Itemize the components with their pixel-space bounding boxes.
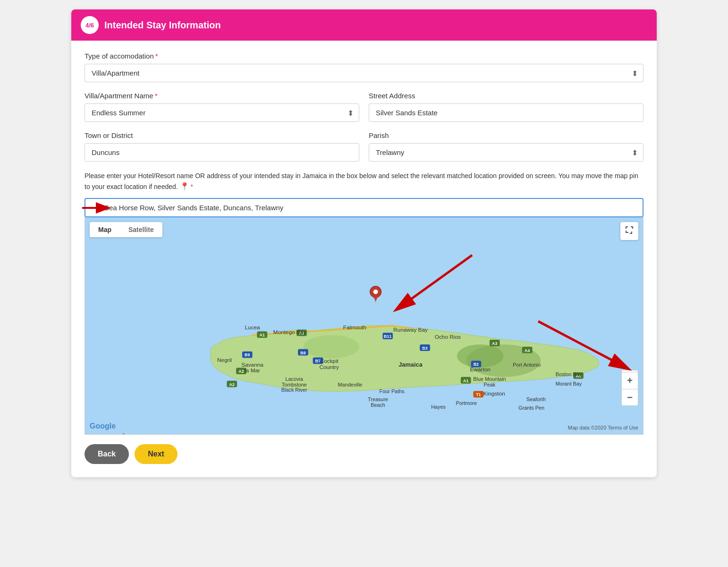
svg-text:A2: A2 [238,369,244,374]
map-svg: A1 A1 B11 A3 B9 B8 A4 [85,217,643,434]
svg-text:Runaway Bay: Runaway Bay [393,326,428,333]
zoom-controls: + − [621,372,638,406]
accommodation-select[interactable]: Villa/Apartment Hotel/Resort Guest House… [85,64,643,82]
bottom-buttons: Back Next [85,444,643,464]
form-content: Type of accomodation* Villa/Apartment Ho… [71,41,657,477]
svg-text:Black River: Black River [281,387,307,393]
svg-text:Beach: Beach [371,402,385,408]
location-search-input[interactable] [85,198,643,217]
svg-text:la Mar: la Mar [245,367,260,374]
svg-text:Kingston: Kingston [483,390,505,397]
parish-group: Parish Trelawny Kingston St. Andrew St. … [369,131,643,162]
svg-text:A3: A3 [492,341,497,346]
google-logo: Google [90,422,116,430]
svg-text:Treasure: Treasure [368,396,388,402]
svg-text:Lucea: Lucea [245,324,261,331]
fullscreen-icon [625,226,634,234]
svg-text:Grants Pen: Grants Pen [518,405,544,411]
fullscreen-button[interactable] [620,222,638,240]
svg-point-65 [373,290,378,294]
svg-text:B8: B8 [300,351,305,355]
town-parish-row: Town or District Parish Trelawny Kingsto… [85,131,643,162]
svg-text:Negril: Negril [217,357,232,363]
villa-name-select-wrapper: Endless Summer [85,103,359,122]
svg-text:Lacovia: Lacovia [286,376,304,382]
svg-line-67 [123,434,172,435]
map-attribution: Google [90,422,116,430]
svg-text:Jamaica: Jamaica [398,361,423,368]
svg-text:Blue Mountain: Blue Mountain [473,376,506,382]
accommodation-label: Type of accomodation* [85,52,643,60]
svg-text:A4: A4 [525,348,530,353]
map-mode-button[interactable]: Map [90,222,120,237]
map-container: A1 A1 B11 A3 B9 B8 A4 [85,217,643,435]
satellite-mode-button[interactable]: Satellite [120,222,162,237]
header: 4/6 Intended Stay Information [71,9,657,41]
svg-text:Country: Country [319,364,339,370]
town-label: Town or District [85,131,359,139]
svg-text:Boston Bay: Boston Bay [556,371,582,377]
street-address-group: Street Address [369,92,643,122]
villa-name-label: Villa/Apartment Name* [85,92,359,100]
svg-text:Portmore: Portmore [456,400,477,406]
svg-text:A2: A2 [229,382,235,387]
map-attribution-right: Map data ©2020 Terms of Use [568,425,638,430]
map-mode-controls: Map Satellite [90,222,162,237]
pin-icon: 📍 [180,182,189,190]
svg-text:Seaforth: Seaforth [526,396,546,402]
svg-text:Falmouth: Falmouth [343,324,366,331]
parish-label: Parish [369,131,643,139]
svg-text:A1: A1 [463,378,468,383]
svg-text:Ewarton: Ewarton [470,366,491,373]
street-address-input[interactable] [369,103,643,122]
svg-text:A1: A1 [260,333,265,337]
zoom-in-button[interactable]: + [621,372,638,389]
svg-text:Hayes: Hayes [431,404,446,410]
svg-text:B3: B3 [422,346,427,351]
svg-text:Morant Bay: Morant Bay [556,381,582,387]
svg-text:B11: B11 [384,334,391,339]
parish-select-wrapper: Trelawny Kingston St. Andrew St. Thomas … [369,143,643,162]
parish-select[interactable]: Trelawny Kingston St. Andrew St. Thomas … [369,143,643,162]
svg-text:Four Paths: Four Paths [380,388,405,394]
svg-text:Ocho Rios: Ocho Rios [435,334,461,340]
main-card: 4/6 Intended Stay Information Type of ac… [71,9,657,477]
search-row [85,198,643,217]
villa-name-group: Villa/Apartment Name* Endless Summer [85,92,359,122]
svg-text:Peak: Peak [484,382,496,387]
town-input[interactable] [85,143,359,162]
zoom-out-button[interactable]: − [621,389,638,406]
accommodation-select-wrapper: Villa/Apartment Hotel/Resort Guest House… [85,64,643,82]
svg-text:Tombstone: Tombstone [282,382,307,387]
villa-name-select[interactable]: Endless Summer [85,103,359,122]
town-group: Town or District [85,131,359,162]
svg-text:B9: B9 [245,353,250,358]
info-text: Please enter your Hotel/Resort name OR a… [85,171,643,192]
back-button[interactable]: Back [85,444,129,464]
svg-text:Montego Bay: Montego Bay [273,329,306,335]
street-address-label: Street Address [369,92,643,100]
name-address-row: Villa/Apartment Name* Endless Summer Str… [85,92,643,122]
accommodation-group: Type of accomodation* Villa/Apartment Ho… [85,52,643,82]
svg-text:Port Antonio: Port Antonio [513,362,541,368]
svg-point-4 [304,335,359,358]
logo: 4/6 [81,16,99,34]
svg-text:T1: T1 [476,392,481,397]
svg-text:Mandeville: Mandeville [338,382,363,387]
next-button[interactable]: Next [135,444,178,464]
logo-text: 4/6 [85,22,94,29]
page-title: Intended Stay Information [104,20,221,31]
